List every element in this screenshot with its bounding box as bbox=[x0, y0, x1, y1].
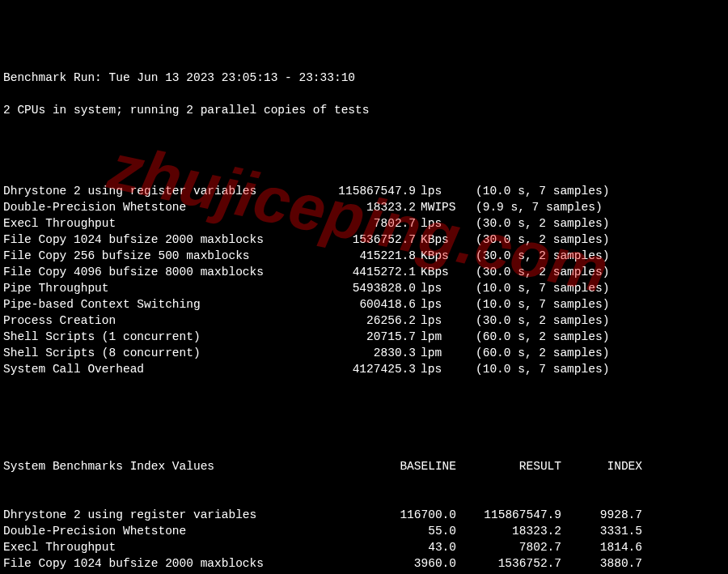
test-value: 20715.7 bbox=[319, 329, 416, 345]
test-unit: lps bbox=[416, 280, 464, 296]
test-row: File Copy 1024 bufsize 2000 maxblocks153… bbox=[3, 232, 725, 248]
test-name: Pipe-based Context Switching bbox=[3, 296, 319, 313]
test-name: Dhrystone 2 using register variables bbox=[3, 183, 319, 199]
test-name: Execl Throughput bbox=[3, 215, 319, 232]
test-name: Process Creation bbox=[3, 313, 319, 329]
test-row: Execl Throughput7802.7lps(30.0 s, 2 samp… bbox=[3, 215, 725, 232]
test-unit: lps bbox=[416, 361, 464, 377]
test-name: Shell Scripts (1 concurrent) bbox=[3, 329, 319, 345]
test-name: Shell Scripts (8 concurrent) bbox=[3, 345, 319, 361]
test-value: 600418.6 bbox=[319, 296, 416, 313]
index-index: 3331.5 bbox=[561, 523, 642, 539]
index-row: Execl Throughput43.07802.71814.6 bbox=[3, 539, 725, 555]
test-unit: lpm bbox=[416, 345, 464, 361]
index-index: 9928.7 bbox=[561, 507, 642, 523]
test-value: 5493828.0 bbox=[319, 280, 416, 296]
index-header-index: INDEX bbox=[561, 458, 642, 474]
test-unit: lps bbox=[416, 313, 464, 329]
test-value: 4415272.1 bbox=[319, 264, 416, 280]
test-unit: lps bbox=[416, 183, 464, 199]
test-unit: MWIPS bbox=[416, 199, 464, 215]
index-name: Dhrystone 2 using register variables bbox=[3, 507, 383, 523]
index-header-title: System Benchmarks Index Values bbox=[3, 458, 383, 474]
test-timing: (10.0 s, 7 samples) bbox=[464, 280, 609, 296]
test-unit: KBps bbox=[416, 264, 464, 280]
test-name: System Call Overhead bbox=[3, 361, 319, 377]
test-value: 1536752.7 bbox=[319, 232, 416, 248]
index-result: 7802.7 bbox=[456, 539, 561, 555]
test-timing: (30.0 s, 2 samples) bbox=[464, 264, 609, 280]
test-value: 115867547.9 bbox=[319, 183, 416, 199]
test-unit: lps bbox=[416, 215, 464, 232]
test-value: 415221.8 bbox=[319, 248, 416, 264]
test-row: Dhrystone 2 using register variables1158… bbox=[3, 183, 725, 199]
blank-line bbox=[3, 134, 725, 151]
index-row: File Copy 1024 bufsize 2000 maxblocks396… bbox=[3, 555, 725, 572]
test-row: Pipe Throughput5493828.0lps(10.0 s, 7 sa… bbox=[3, 280, 725, 296]
test-timing: (10.0 s, 7 samples) bbox=[464, 361, 609, 377]
test-value: 18323.2 bbox=[319, 199, 416, 215]
index-baseline: 43.0 bbox=[383, 539, 456, 555]
test-name: File Copy 256 bufsize 500 maxblocks bbox=[3, 248, 319, 264]
test-timing: (9.9 s, 7 samples) bbox=[464, 199, 603, 215]
test-timing: (60.0 s, 2 samples) bbox=[464, 329, 609, 345]
test-name: File Copy 1024 bufsize 2000 maxblocks bbox=[3, 232, 319, 248]
test-row: File Copy 256 bufsize 500 maxblocks41522… bbox=[3, 248, 725, 264]
test-timing: (10.0 s, 7 samples) bbox=[464, 296, 609, 313]
index-baseline: 3960.0 bbox=[383, 555, 456, 572]
index-baseline: 116700.0 bbox=[383, 507, 456, 523]
test-timing: (30.0 s, 2 samples) bbox=[464, 248, 609, 264]
index-header-baseline: BASELINE bbox=[383, 458, 456, 474]
index-header-result: RESULT bbox=[456, 458, 561, 474]
test-unit: KBps bbox=[416, 248, 464, 264]
test-name: Pipe Throughput bbox=[3, 280, 319, 296]
test-row: Double-Precision Whetstone18323.2MWIPS(9… bbox=[3, 199, 725, 215]
index-result: 115867547.9 bbox=[456, 507, 561, 523]
index-name: Double-Precision Whetstone bbox=[3, 523, 383, 539]
index-result: 18323.2 bbox=[456, 523, 561, 539]
test-value: 26256.2 bbox=[319, 313, 416, 329]
test-row: System Call Overhead4127425.3lps(10.0 s,… bbox=[3, 361, 725, 377]
test-value: 7802.7 bbox=[319, 215, 416, 232]
test-row: Process Creation26256.2lps(30.0 s, 2 sam… bbox=[3, 313, 725, 329]
test-row: File Copy 4096 bufsize 8000 maxblocks441… bbox=[3, 264, 725, 280]
test-timing: (30.0 s, 2 samples) bbox=[464, 313, 609, 329]
index-name: Execl Throughput bbox=[3, 539, 383, 555]
test-value: 4127425.3 bbox=[319, 361, 416, 377]
test-unit: KBps bbox=[416, 232, 464, 248]
header-line-1: Benchmark Run: Tue Jun 13 2023 23:05:13 … bbox=[3, 70, 725, 86]
index-index: 3880.7 bbox=[561, 555, 642, 572]
test-timing: (30.0 s, 2 samples) bbox=[464, 232, 609, 248]
test-value: 2830.3 bbox=[319, 345, 416, 361]
tests-section: Dhrystone 2 using register variables1158… bbox=[3, 183, 725, 377]
index-row: Dhrystone 2 using register variables1167… bbox=[3, 507, 725, 523]
test-row: Shell Scripts (8 concurrent)2830.3lpm(60… bbox=[3, 345, 725, 361]
index-result: 1536752.7 bbox=[456, 555, 561, 572]
test-row: Shell Scripts (1 concurrent)20715.7lpm(6… bbox=[3, 329, 725, 345]
test-timing: (10.0 s, 7 samples) bbox=[464, 183, 609, 199]
index-index: 1814.6 bbox=[561, 539, 642, 555]
test-unit: lpm bbox=[416, 329, 464, 345]
index-header-row: System Benchmarks Index ValuesBASELINERE… bbox=[3, 458, 725, 474]
header-line-2: 2 CPUs in system; running 2 parallel cop… bbox=[3, 102, 725, 118]
test-unit: lps bbox=[416, 296, 464, 313]
test-name: File Copy 4096 bufsize 8000 maxblocks bbox=[3, 264, 319, 280]
index-row: Double-Precision Whetstone55.018323.2333… bbox=[3, 523, 725, 539]
index-name: File Copy 1024 bufsize 2000 maxblocks bbox=[3, 555, 383, 572]
test-row: Pipe-based Context Switching600418.6lps(… bbox=[3, 296, 725, 313]
index-baseline: 55.0 bbox=[383, 523, 456, 539]
test-timing: (60.0 s, 2 samples) bbox=[464, 345, 609, 361]
test-timing: (30.0 s, 2 samples) bbox=[464, 215, 609, 232]
test-name: Double-Precision Whetstone bbox=[3, 199, 319, 215]
index-section: Dhrystone 2 using register variables1167… bbox=[3, 507, 725, 574]
blank-line bbox=[3, 410, 725, 426]
